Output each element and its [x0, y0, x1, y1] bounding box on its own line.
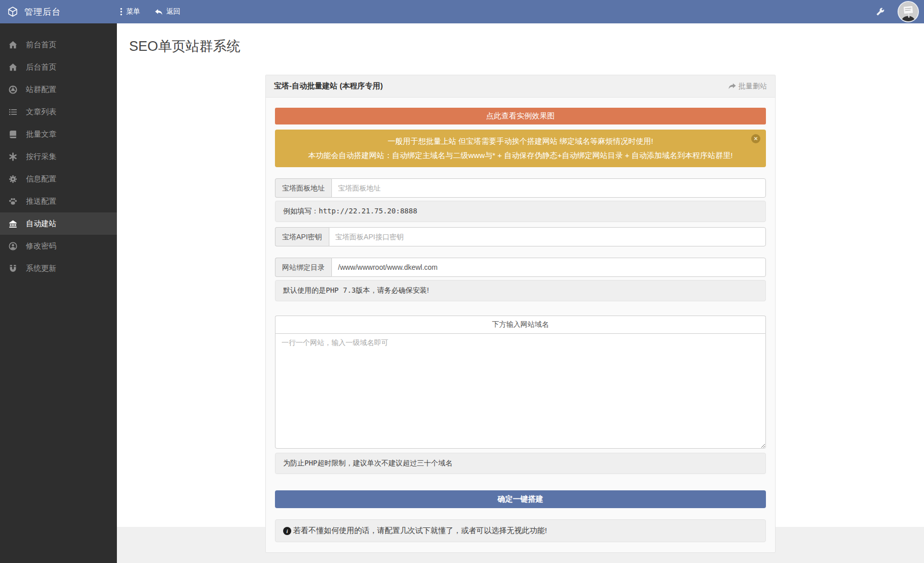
sidebar-item-article-list[interactable]: 文章列表	[0, 101, 117, 123]
paw-icon	[9, 197, 17, 206]
domains-textarea[interactable]	[275, 333, 766, 449]
example-url: http://22.21.75.20:8888	[319, 207, 417, 215]
example-image-button[interactable]: 点此查看实例效果图	[275, 108, 766, 124]
domains-header: 下方输入网站域名	[275, 316, 766, 333]
wrench-icon[interactable]	[876, 8, 884, 16]
main-content: SEO单页站群系统 宝塔-自动批量建站 (本程序专用) 批量删站 点此查看实例效…	[117, 23, 924, 563]
menu-label: 菜单	[126, 7, 140, 16]
batch-delete-link[interactable]: 批量删站	[728, 82, 767, 91]
baota-panel: 宝塔-自动批量建站 (本程序专用) 批量删站 点此查看实例效果图 × 一般用于想…	[265, 75, 776, 553]
php-label: PHP	[304, 459, 317, 467]
sidebar-item-label: 文章列表	[26, 107, 56, 117]
bind-dir-input[interactable]	[331, 258, 766, 277]
sidebar-item-label: 按行采集	[26, 152, 56, 162]
brand-title: 管理后台	[24, 6, 61, 18]
sidebar: 前台首页 后台首页 站群配置 文章列表 批量文章	[0, 23, 117, 563]
sidebar-item-change-password[interactable]: 修改密码	[0, 235, 117, 257]
batch-delete-label: 批量删站	[738, 82, 767, 91]
alert-line-2: 本功能会自动搭建网站：自动绑定主域名与二级www与* + 自动保存伪静态+自动绑…	[301, 148, 740, 163]
panel-url-input[interactable]	[331, 178, 766, 198]
footer-note: i 若看不懂如何使用的话，请配置几次试下就懂了，或者可以选择无视此功能!	[275, 519, 766, 542]
alert-line-1: 一般用于想批量上站 但宝塔需要手动挨个搭建网站 绑定域名等麻烦情况时使用!	[301, 134, 740, 148]
sidebar-item-push-config[interactable]: 推送配置	[0, 190, 117, 212]
panel-body: 点此查看实例效果图 × 一般用于想批量上站 但宝塔需要手动挨个搭建网站 绑定域名…	[266, 98, 775, 552]
sidebar-item-front-home[interactable]: 前台首页	[0, 34, 117, 56]
panel-heading: 宝塔-自动批量建站 (本程序专用) 批量删站	[266, 75, 775, 98]
brand[interactable]: 管理后台	[0, 6, 117, 18]
book-icon	[9, 130, 17, 139]
bind-dir-label: 网站绑定目录	[275, 258, 331, 277]
sidebar-item-label: 后台首页	[26, 62, 56, 72]
bind-dir-group: 网站绑定目录	[275, 258, 766, 277]
domains-limit-help: 为防止PHP超时限制，建议单次不建议超过三十个域名	[275, 453, 766, 474]
sidebar-item-line-collect[interactable]: 按行采集	[0, 145, 117, 168]
php-version: PHP 7.3	[326, 286, 356, 294]
top-navbar: 管理后台 菜单 返回	[0, 0, 924, 23]
list-icon	[9, 108, 17, 116]
user-circle-icon	[9, 242, 17, 251]
bank-icon	[9, 220, 17, 228]
panel-title: 宝塔-自动批量建站 (本程序专用)	[274, 81, 383, 91]
usage-alert: × 一般用于想批量上站 但宝塔需要手动挨个搭建网站 绑定域名等麻烦情况时使用! …	[275, 130, 766, 167]
submit-build-button[interactable]: 确定一键搭建	[275, 490, 766, 508]
cube-logo-icon	[7, 6, 18, 17]
reply-arrow-icon	[155, 8, 163, 16]
asterisk-icon	[9, 152, 17, 161]
page-title: SEO单页站群系统	[117, 23, 924, 55]
share-arrow-icon	[728, 82, 736, 90]
ellipsis-v-icon	[120, 8, 122, 16]
sidebar-menu: 前台首页 后台首页 站群配置 文章列表 批量文章	[0, 23, 117, 279]
sidebar-item-label: 修改密码	[26, 241, 56, 251]
sidebar-item-label: 系统更新	[26, 264, 56, 273]
panel-url-label: 宝塔面板地址	[275, 178, 331, 198]
panel-url-help: 例如填写：http://22.21.75.20:8888	[275, 201, 766, 222]
back-label: 返回	[166, 7, 180, 16]
sidebar-item-label: 批量文章	[26, 130, 56, 139]
menu-toggle[interactable]: 菜单	[120, 7, 140, 16]
api-key-label: 宝塔API密钥	[275, 227, 329, 246]
sidebar-item-label: 信息配置	[26, 174, 56, 184]
sidebar-item-auto-build[interactable]: 自动建站	[0, 212, 117, 235]
panel-url-group: 宝塔面板地址	[275, 178, 766, 198]
sidebar-item-label: 前台首页	[26, 40, 56, 50]
chrome-icon	[9, 85, 17, 94]
gear-icon	[9, 175, 17, 183]
footer-note-text: 若看不懂如何使用的话，请配置几次试下就懂了，或者可以选择无视此功能!	[293, 526, 547, 536]
sidebar-item-back-home[interactable]: 后台首页	[0, 56, 117, 78]
api-key-group: 宝塔API密钥	[275, 227, 766, 246]
sidebar-item-batch-articles[interactable]: 批量文章	[0, 123, 117, 145]
sidebar-item-sitegroup-config[interactable]: 站群配置	[0, 78, 117, 101]
php-version-help: 默认使用的是PHP 7.3版本，请务必确保安装!	[275, 280, 766, 301]
sidebar-item-label: 推送配置	[26, 197, 56, 206]
magnet-icon	[9, 264, 17, 273]
home-icon	[9, 41, 17, 49]
back-link[interactable]: 返回	[155, 7, 180, 16]
close-icon[interactable]: ×	[751, 134, 760, 143]
api-key-input[interactable]	[329, 227, 766, 246]
sidebar-item-label: 站群配置	[26, 85, 56, 95]
sidebar-item-system-update[interactable]: 系统更新	[0, 257, 117, 279]
sidebar-item-info-config[interactable]: 信息配置	[0, 168, 117, 190]
info-icon: i	[283, 527, 291, 535]
sidebar-item-label: 自动建站	[26, 219, 56, 229]
user-avatar[interactable]	[898, 1, 919, 22]
home-icon	[9, 63, 17, 72]
